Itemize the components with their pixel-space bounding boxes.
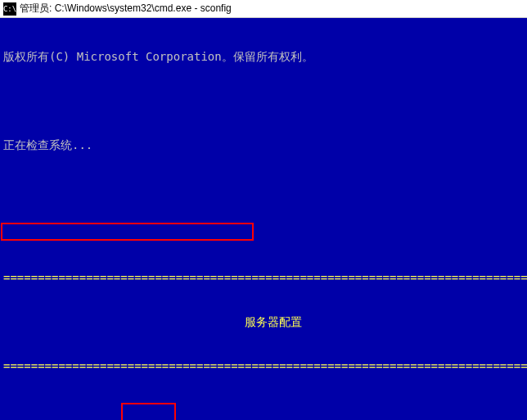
checking-line: 正在检查系统... — [3, 138, 524, 152]
blank-line — [3, 226, 524, 241]
console-area[interactable]: 版权所有(C) Microsoft Corporation。保留所有权利。 正在… — [0, 18, 527, 420]
window-titlebar: C:\ 管理员: C:\Windows\system32\cmd.exe - s… — [0, 0, 527, 18]
divider-bottom: ========================================… — [3, 359, 524, 373]
blank-line — [3, 403, 524, 418]
header-line: 服务器配置 — [3, 314, 524, 329]
divider-top: ========================================… — [3, 270, 524, 285]
blank-line — [3, 93, 524, 108]
copyright-line: 版权所有(C) Microsoft Corporation。保留所有权利。 — [3, 49, 524, 64]
window-title: 管理员: C:\Windows\system32\cmd.exe - sconf… — [20, 2, 232, 16]
blank-line — [3, 182, 524, 196]
cmd-icon: C:\ — [3, 2, 16, 16]
